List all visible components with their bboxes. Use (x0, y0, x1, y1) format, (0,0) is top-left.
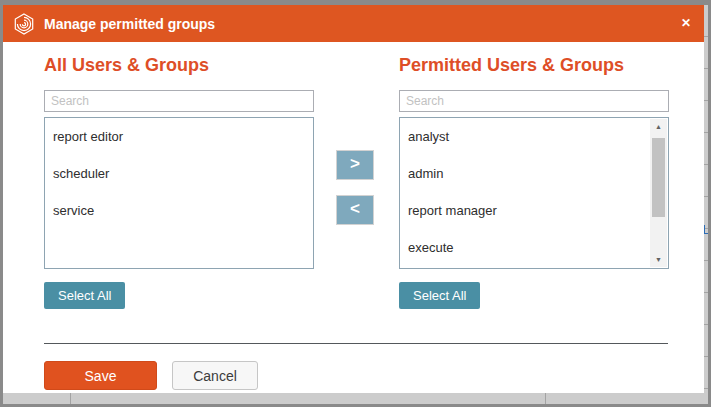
move-right-button[interactable]: > (336, 150, 374, 180)
all-users-search-input[interactable] (44, 90, 314, 112)
scrollbar-down-icon[interactable]: ▼ (650, 252, 667, 267)
scrollbar-thumb[interactable] (652, 138, 665, 217)
manage-permitted-groups-dialog: Manage permitted groups ✕ All Users & Gr… (3, 5, 704, 393)
page-backdrop-bottom (3, 393, 708, 404)
backdrop-table-line (70, 393, 71, 404)
permitted-users-search-input[interactable] (399, 90, 669, 112)
backdrop-table-line (545, 393, 546, 404)
save-button[interactable]: Save (44, 361, 157, 390)
app-logo-icon (13, 13, 35, 35)
list-item[interactable]: analyst (400, 120, 668, 157)
page-backdrop-right (704, 5, 708, 396)
all-users-listbox[interactable]: report editorschedulerservice (44, 117, 314, 269)
permitted-users-heading: Permitted Users & Groups (399, 55, 624, 76)
list-item[interactable]: report manager (400, 194, 668, 231)
list-item[interactable]: service (45, 194, 313, 231)
background-link-fragment (704, 225, 708, 234)
list-item[interactable]: admin (400, 157, 668, 194)
cancel-button[interactable]: Cancel (172, 361, 258, 390)
list-item[interactable]: scheduler (45, 157, 313, 194)
dialog-header: Manage permitted groups ✕ (3, 5, 704, 42)
dialog-title: Manage permitted groups (44, 16, 215, 32)
footer-divider (44, 343, 668, 344)
list-item[interactable]: report editor (45, 120, 313, 157)
all-users-select-all-button[interactable]: Select All (44, 282, 125, 309)
scrollbar-up-icon[interactable]: ▲ (650, 119, 667, 134)
permitted-users-listbox[interactable]: ▲ ▼ analystadminreport managerexecute (399, 117, 669, 269)
close-icon[interactable]: ✕ (681, 15, 691, 31)
permitted-users-select-all-button[interactable]: Select All (399, 282, 480, 309)
list-item[interactable]: execute (400, 231, 668, 268)
all-users-heading: All Users & Groups (44, 55, 209, 76)
scrollbar[interactable]: ▲ ▼ (650, 119, 667, 267)
screenshot-canvas: Manage permitted groups ✕ All Users & Gr… (0, 0, 711, 407)
move-left-button[interactable]: < (336, 195, 374, 225)
